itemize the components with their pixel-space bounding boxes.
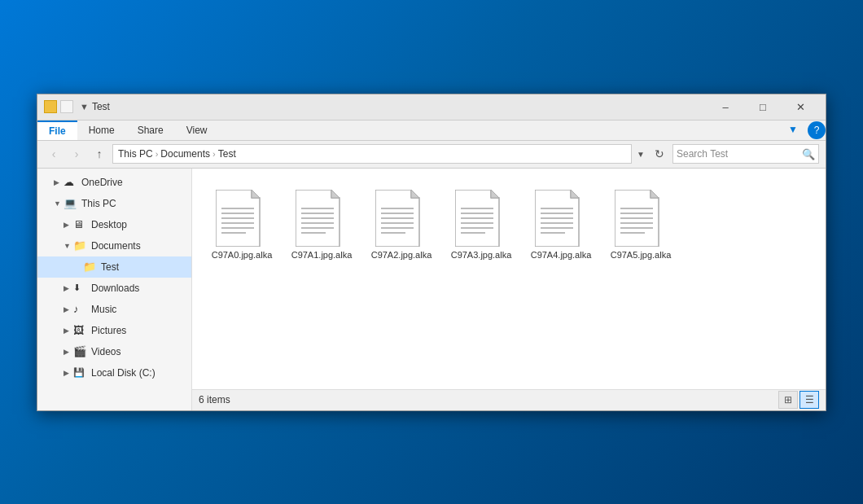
svg-rect-36 [541, 217, 573, 219]
ribbon-expand[interactable]: ▼ [782, 121, 804, 140]
tab-home[interactable]: Home [77, 121, 126, 140]
breadcrumb-documents[interactable]: Documents [160, 148, 210, 160]
sidebar-item-pictures[interactable]: ▶ 🖼 Pictures [37, 320, 191, 341]
title-bar: ▼ Test – □ ✕ [37, 94, 826, 121]
title-bar-arrow: ▼ [80, 102, 89, 112]
thispc-label: This PC [81, 198, 116, 209]
sidebar-item-onedrive[interactable]: ▶ ☁ OneDrive [37, 172, 191, 193]
svg-rect-15 [301, 232, 326, 234]
window-title: Test [92, 101, 707, 112]
close-button[interactable]: ✕ [782, 94, 819, 120]
item-count: 6 items [199, 394, 778, 405]
back-button[interactable]: ‹ [44, 144, 64, 164]
sidebar-item-this-pc[interactable]: ▼ 💻 This PC [37, 193, 191, 214]
sidebar-item-videos[interactable]: ▶ 🎬 Videos [37, 341, 191, 362]
content-area: C97A0.jpg.alka [192, 169, 826, 410]
svg-rect-2 [221, 208, 254, 209]
tab-view[interactable]: View [175, 121, 219, 140]
file-item-1[interactable]: C97A1.jpg.alka [285, 182, 358, 268]
svg-rect-31 [461, 232, 485, 234]
pictures-arrow: ▶ [64, 327, 73, 335]
title-icon-2 [60, 100, 73, 113]
svg-rect-5 [221, 222, 254, 224]
file-item-4[interactable]: C97A4.jpg.alka [524, 182, 598, 268]
breadcrumb-sep-1: › [156, 149, 159, 159]
localdisk-arrow: ▶ [64, 369, 73, 377]
sidebar-item-music[interactable]: ▶ ♪ Music [37, 299, 191, 320]
tab-share[interactable]: Share [126, 121, 175, 140]
svg-marker-17 [411, 190, 419, 198]
onedrive-icon: ☁ [64, 176, 78, 188]
search-icon: 🔍 [802, 148, 815, 160]
file-item-3[interactable]: C97A3.jpg.alka [445, 182, 518, 268]
forward-button[interactable]: › [67, 144, 86, 164]
sidebar-item-downloads[interactable]: ▶ ⬇ Downloads [37, 278, 191, 299]
search-input[interactable] [677, 148, 802, 160]
file-name-4: C97A4.jpg.alka [531, 250, 592, 260]
svg-rect-14 [301, 227, 334, 229]
file-name-2: C97A2.jpg.alka [371, 250, 432, 260]
onedrive-label: OneDrive [81, 177, 123, 188]
svg-rect-30 [461, 227, 493, 229]
breadcrumb-this-pc[interactable]: This PC [118, 148, 153, 160]
file-icon-4 [535, 190, 587, 247]
svg-rect-44 [620, 217, 653, 219]
svg-marker-41 [651, 190, 659, 198]
list-view-button[interactable]: ☰ [799, 391, 819, 409]
svg-rect-46 [620, 227, 653, 229]
svg-rect-45 [620, 222, 653, 224]
svg-rect-28 [461, 217, 493, 219]
svg-rect-35 [541, 213, 573, 214]
documents-label: Documents [91, 240, 141, 252]
ribbon-tabs: File Home Share View ▼ ? [37, 121, 826, 141]
search-box[interactable]: 🔍 [672, 144, 819, 164]
svg-rect-34 [541, 208, 573, 209]
svg-rect-11 [301, 213, 334, 214]
minimize-button[interactable]: – [707, 94, 744, 120]
svg-rect-47 [620, 232, 645, 234]
sidebar-item-documents[interactable]: ▼ 📁 Documents [37, 235, 191, 256]
svg-rect-23 [381, 232, 405, 234]
svg-marker-25 [491, 190, 499, 198]
thispc-icon: 💻 [64, 197, 78, 209]
main-area: ▶ ☁ OneDrive ▼ 💻 This PC ▶ 🖥 Desktop ▼ 📁… [37, 169, 826, 410]
videos-label: Videos [91, 346, 120, 357]
folder-icon-small [44, 100, 57, 113]
file-icon-1 [296, 190, 348, 247]
sidebar-item-test[interactable]: 📁 Test [37, 256, 191, 278]
up-button[interactable]: ↑ [90, 144, 109, 164]
svg-rect-26 [461, 208, 493, 209]
title-bar-icons [44, 100, 73, 113]
file-item-5[interactable]: C97A5.jpg.alka [604, 182, 677, 268]
grid-view-button[interactable]: ⊞ [778, 391, 798, 409]
svg-rect-6 [221, 227, 254, 229]
file-icon-2 [375, 190, 427, 247]
svg-rect-37 [541, 222, 573, 224]
svg-rect-29 [461, 222, 493, 224]
file-name-0: C97A0.jpg.alka [212, 250, 273, 260]
svg-rect-18 [381, 208, 414, 209]
file-name-5: C97A5.jpg.alka [611, 250, 672, 260]
file-item-0[interactable]: C97A0.jpg.alka [205, 182, 278, 268]
thispc-arrow: ▼ [54, 199, 64, 208]
localdisk-icon: 💾 [73, 367, 88, 378]
sidebar-item-desktop[interactable]: ▶ 🖥 Desktop [37, 214, 191, 235]
svg-rect-42 [620, 208, 653, 209]
sidebar-item-local-disk[interactable]: ▶ 💾 Local Disk (C:) [37, 362, 191, 383]
help-button[interactable]: ? [808, 121, 826, 139]
svg-marker-33 [571, 190, 579, 198]
documents-arrow: ▼ [64, 242, 73, 250]
localdisk-label: Local Disk (C:) [91, 367, 156, 379]
tab-file[interactable]: File [37, 121, 77, 140]
refresh-button[interactable]: ↻ [650, 144, 669, 164]
svg-rect-19 [381, 213, 414, 214]
maximize-button[interactable]: □ [744, 94, 782, 120]
svg-rect-20 [381, 217, 414, 219]
file-item-2[interactable]: C97A2.jpg.alka [365, 182, 438, 268]
svg-marker-1 [252, 190, 260, 198]
address-path[interactable]: This PC › Documents › Test [112, 144, 632, 164]
breadcrumb-test[interactable]: Test [218, 148, 236, 160]
file-explorer-window: ▼ Test – □ ✕ File Home Share View ▼ ? ‹ … [37, 94, 826, 411]
test-label: Test [101, 261, 119, 273]
address-dropdown-button[interactable]: ▼ [635, 144, 646, 164]
